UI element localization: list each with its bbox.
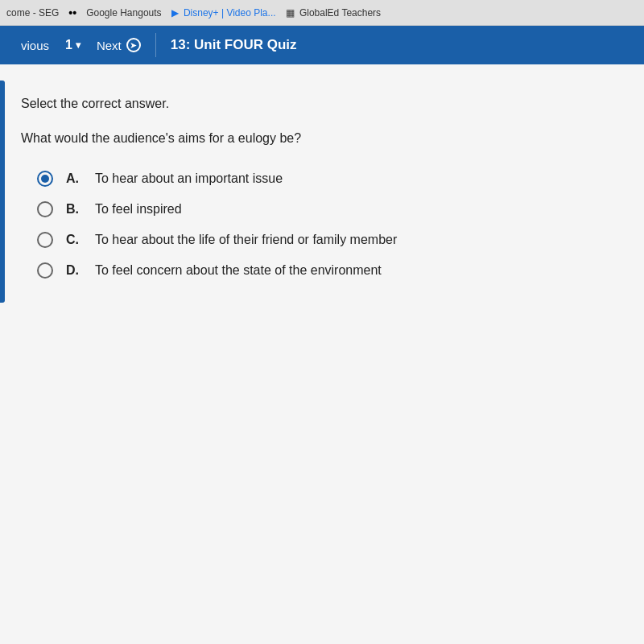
tab-come-seg[interactable]: come - SEG (6, 7, 59, 19)
radio-a-inner (41, 175, 49, 183)
main-content: Select the correct answer. What would th… (5, 64, 644, 303)
option-c-letter: C. (66, 233, 82, 247)
disney-icon: ▶ (171, 7, 179, 19)
option-a[interactable]: A. To hear about an important issue (37, 171, 620, 187)
page-number-selector[interactable]: 1 ▾ (57, 31, 89, 59)
browser-tab-bar: come - SEG •• Google Hangouts ▶ Disney+ … (0, 0, 644, 26)
page-number: 1 (65, 38, 72, 52)
option-d-letter: D. (66, 263, 82, 278)
option-a-text: To hear about an important issue (95, 171, 283, 186)
radio-c[interactable] (37, 232, 53, 248)
globaled-icon: ▦ (286, 7, 295, 19)
tab-dots: •• (68, 6, 76, 19)
content-area: Select the correct answer. What would th… (0, 64, 644, 644)
option-b-letter: B. (66, 202, 82, 217)
tab-google-hangouts[interactable]: Google Hangouts (86, 7, 161, 19)
option-b[interactable]: B. To feel inspired (37, 201, 620, 217)
quiz-title: 13: Unit FOUR Quiz (163, 31, 305, 60)
radio-d[interactable] (37, 262, 53, 279)
quiz-nav-bar: vious 1 ▾ Next ➤ 13: Unit FOUR Quiz (0, 26, 644, 64)
nav-divider (155, 33, 156, 57)
answer-options-list: A. To hear about an important issue B. T… (21, 171, 620, 279)
page-chevron-icon: ▾ (76, 39, 80, 51)
option-c-text: To hear about the life of their friend o… (95, 233, 397, 247)
radio-b[interactable] (37, 201, 53, 217)
option-d-text: To feel concern about the state of the e… (95, 263, 382, 278)
tab-disney[interactable]: ▶ Disney+ | Video Pla... (171, 7, 276, 19)
question-text: What would the audience's aims for a eul… (21, 129, 620, 148)
option-b-text: To feel inspired (95, 202, 182, 217)
option-a-letter: A. (66, 171, 82, 186)
radio-a[interactable] (37, 171, 53, 187)
next-circle-icon: ➤ (126, 38, 141, 52)
next-arrow-icon: ➤ (130, 40, 137, 51)
option-d[interactable]: D. To feel concern about the state of th… (37, 262, 620, 279)
tab-globaled[interactable]: ▦ GlobalEd Teachers (286, 7, 382, 19)
previous-button[interactable]: vious (13, 32, 57, 59)
content-wrapper: Select the correct answer. What would th… (0, 64, 644, 303)
next-button[interactable]: Next ➤ (89, 31, 149, 59)
option-c[interactable]: C. To hear about the life of their frien… (37, 232, 620, 248)
next-label: Next (97, 39, 122, 52)
instruction-text: Select the correct answer. (21, 97, 620, 111)
